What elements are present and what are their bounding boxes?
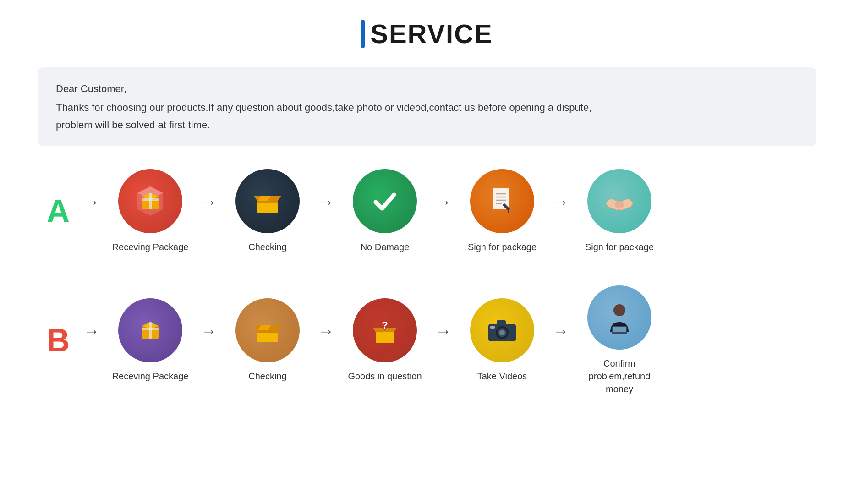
svg-rect-38 bbox=[497, 320, 506, 325]
flow-item-b2: Checking bbox=[222, 298, 313, 383]
title-accent-bar bbox=[361, 20, 365, 48]
label-b1: Receving Package bbox=[112, 370, 189, 383]
flow-item-a1: Receving Package bbox=[104, 169, 196, 253]
page-title-section: SERVICE bbox=[361, 18, 493, 49]
handshake-icon bbox=[601, 183, 638, 219]
purple-package-icon bbox=[132, 312, 169, 349]
flow-item-a2: Checking bbox=[222, 169, 313, 253]
arrow-b1: → bbox=[201, 322, 217, 341]
svg-text:?: ? bbox=[382, 319, 388, 331]
svg-rect-6 bbox=[142, 198, 159, 201]
arrow-b3: → bbox=[435, 322, 452, 341]
icon-dark-open bbox=[235, 169, 300, 233]
arrow-a4: → bbox=[553, 192, 569, 212]
notice-line3: problem will be solved at first time. bbox=[56, 116, 798, 133]
label-b5: Confirm problem,refund money bbox=[574, 357, 665, 395]
svg-point-37 bbox=[499, 330, 505, 335]
arrow-a1: → bbox=[201, 192, 217, 212]
svg-rect-30 bbox=[376, 332, 394, 343]
icon-camera bbox=[470, 298, 534, 362]
arrow-b2: → bbox=[318, 322, 334, 341]
icon-person-refund bbox=[587, 285, 651, 350]
open-box-icon bbox=[249, 183, 286, 219]
flow-item-b4: Take Videos bbox=[456, 298, 548, 383]
flow-row-a: A → Receving Package → bbox=[38, 169, 816, 253]
letter-b: B bbox=[38, 322, 79, 359]
icon-sign-package bbox=[470, 169, 534, 233]
flow-section-b: B → Receving Package → bbox=[38, 285, 816, 405]
label-b3: Goods in question bbox=[348, 370, 422, 383]
brown-open-box-icon bbox=[249, 312, 286, 349]
label-a2: Checking bbox=[248, 241, 286, 253]
svg-rect-11 bbox=[257, 201, 278, 203]
icon-green-check bbox=[353, 169, 417, 233]
letter-a: A bbox=[38, 193, 79, 230]
flow-item-b5: Confirm problem,refund money bbox=[574, 285, 665, 395]
icon-brown-open bbox=[235, 298, 300, 362]
page-title: SERVICE bbox=[370, 18, 493, 49]
notice-line1: Dear Customer, bbox=[56, 80, 798, 97]
icon-purple-package bbox=[118, 298, 182, 362]
document-sign-icon bbox=[484, 183, 520, 219]
label-a5: Sign for package bbox=[585, 241, 654, 253]
notice-line2: Thanks for choosing our products.If any … bbox=[56, 99, 798, 116]
label-a4: Sign for package bbox=[468, 241, 536, 253]
label-a3: No Damage bbox=[361, 241, 410, 253]
svg-rect-23 bbox=[149, 322, 152, 339]
arrow-b4: → bbox=[553, 322, 569, 341]
svg-point-40 bbox=[613, 304, 625, 316]
svg-rect-29 bbox=[257, 330, 278, 333]
svg-rect-39 bbox=[490, 326, 495, 329]
svg-rect-5 bbox=[149, 193, 152, 209]
person-icon bbox=[601, 299, 638, 336]
arrow-a3: → bbox=[435, 192, 452, 212]
flow-item-a4: Sign for package bbox=[456, 169, 548, 253]
notice-box: Dear Customer, Thanks for choosing our p… bbox=[38, 67, 816, 146]
svg-rect-24 bbox=[142, 328, 159, 330]
flow-row-b: B → Receving Package → bbox=[38, 285, 816, 395]
label-b2: Checking bbox=[248, 370, 286, 383]
checkmark-icon bbox=[367, 183, 403, 219]
label-b4: Take Videos bbox=[477, 370, 527, 383]
svg-rect-42 bbox=[613, 327, 626, 332]
arrow-a0: → bbox=[83, 192, 100, 212]
arrow-b0: → bbox=[83, 322, 100, 341]
camera-icon bbox=[484, 312, 520, 349]
label-a1: Receving Package bbox=[112, 241, 189, 253]
flow-item-a5: Sign for package bbox=[574, 169, 665, 253]
svg-point-19 bbox=[615, 201, 624, 208]
question-box-icon: ? bbox=[367, 312, 403, 349]
flow-item-b1: Receving Package bbox=[104, 298, 196, 383]
flow-item-a3: No Damage bbox=[339, 169, 431, 253]
icon-question-box: ? bbox=[353, 298, 417, 362]
package-icon bbox=[132, 183, 169, 219]
icon-red-package bbox=[118, 169, 182, 233]
icon-handshake bbox=[587, 169, 651, 233]
flow-section-a: A → Receving Package → bbox=[38, 169, 816, 263]
arrow-a2: → bbox=[318, 192, 334, 212]
flow-item-b3: ? Goods in question bbox=[339, 298, 431, 383]
